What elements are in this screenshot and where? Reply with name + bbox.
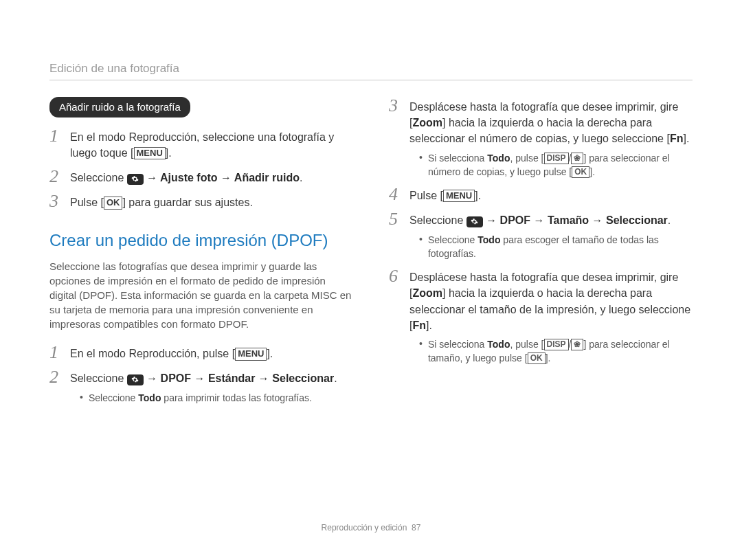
step-number: 4 [389, 186, 403, 203]
step-text: ] para guardar sus ajustes. [122, 197, 252, 208]
step-number: 3 [49, 192, 63, 210]
closing-bracket: ]. [475, 190, 481, 201]
bullet-icon: • [419, 337, 423, 351]
sub-bold: Todo [487, 339, 510, 350]
sub-bold: Todo [487, 153, 510, 164]
step-number: 1 [49, 344, 63, 361]
macro-key: ❀ [571, 339, 583, 350]
fn-key: Fn [670, 133, 684, 144]
menu-path: → DPOF → Tamaño → Seleccionar [483, 214, 668, 226]
closing-bracket: ]. [546, 352, 551, 363]
step-body: Seleccione → Ajuste foto → Añadir ruido. [70, 168, 353, 186]
footer-page-number: 87 [412, 523, 420, 533]
step-text: Seleccione [70, 172, 127, 183]
bullet-icon: • [419, 233, 423, 247]
closing-bracket: ]. [267, 348, 273, 359]
period: . [300, 172, 302, 183]
fn-key: Fn [412, 320, 426, 331]
ok-key: OK [528, 352, 546, 364]
left-step-5: 2 Seleccione → DPOF → Estándar → Selecci… [49, 368, 353, 404]
left-step-2: 2 Seleccione → Ajuste foto → Añadir ruid… [49, 168, 353, 186]
step-text: ] hacia la izquierda o hacia la derecha … [409, 117, 670, 144]
sub-bullet: • Si selecciona Todo, pulse [DISP/❀] par… [419, 151, 693, 179]
sub-text: Si selecciona [428, 153, 487, 164]
step-number: 3 [389, 97, 403, 115]
step-text: En el modo Reproducción, pulse [ [70, 348, 235, 359]
menu-key: MENU [443, 190, 475, 202]
sub-text: , pulse [ [510, 339, 543, 350]
header-rule [49, 80, 693, 80]
sub-text: para imprimir todas las fotografías. [161, 392, 311, 403]
left-step-3: 3 Pulse [OK] para guardar sus ajustes. [49, 192, 353, 210]
period: . [668, 214, 671, 226]
step-body: En el modo Reproducción, seleccione una … [70, 127, 353, 161]
closing-bracket: ]. [589, 166, 595, 177]
step-text: En el modo Reproducción, seleccione una … [70, 131, 334, 159]
step-number: 6 [389, 267, 403, 285]
menu-key: MENU [134, 147, 166, 159]
right-column: 3 Desplácese hasta la fotografía que des… [389, 97, 693, 412]
page-header-title: Edición de una fotografía [49, 62, 693, 76]
right-step-6: 6 Desplácese hasta la fotografía que des… [389, 267, 693, 365]
step-number: 2 [49, 368, 63, 386]
disp-key: DISP [544, 153, 569, 164]
content-columns: Añadir ruido a la fotografía 1 En el mod… [49, 97, 693, 412]
menu-path: → Ajuste foto → Añadir ruido [144, 172, 300, 183]
closing-bracket: ]. [683, 133, 689, 144]
sub-text: Si selecciona [428, 339, 487, 350]
sub-text: Seleccione [428, 234, 477, 245]
right-step-3: 3 Desplácese hasta la fotografía que des… [389, 97, 693, 179]
settings-gear-icon [127, 174, 144, 185]
step-body: En el modo Reproducción, pulse [MENU]. [70, 344, 353, 361]
disp-key: DISP [544, 339, 569, 350]
ok-key: OK [572, 166, 589, 178]
left-step-4: 1 En el modo Reproducción, pulse [MENU]. [49, 344, 353, 361]
left-step-1: 1 En el modo Reproducción, seleccione un… [49, 127, 353, 161]
closing-bracket: ]. [426, 320, 432, 331]
section-paragraph: Seleccione las fotografías que desea imp… [49, 259, 353, 331]
right-step-5: 5 Seleccione → DPOF → Tamaño → Seleccion… [389, 210, 693, 260]
sub-bullet: • Seleccione Todo para escoger el tamaño… [419, 233, 693, 261]
step-text: ] hacia la izquierda o hacia la derecha … [409, 287, 690, 331]
zoom-key: Zoom [412, 117, 442, 128]
settings-gear-icon [466, 216, 483, 227]
left-column: Añadir ruido a la fotografía 1 En el mod… [49, 97, 353, 412]
step-body: Seleccione → DPOF → Estándar → Seleccion… [70, 368, 353, 404]
footer-section: Reproducción y edición [322, 523, 407, 533]
menu-path: → DPOF → Estándar → Seleccionar [144, 372, 334, 384]
step-number: 2 [49, 168, 63, 186]
step-number: 5 [389, 210, 403, 228]
section-pill: Añadir ruido a la fotografía [49, 97, 190, 117]
sub-bullet: • Si selecciona Todo, pulse [DISP/❀] par… [419, 337, 693, 366]
step-text: Pulse [ [409, 190, 443, 201]
period: . [334, 372, 337, 384]
step-body: Pulse [OK] para guardar sus ajustes. [70, 192, 353, 210]
sub-text: Seleccione [89, 392, 138, 403]
closing-bracket: ]. [166, 147, 172, 159]
step-body: Desplácese hasta la fotografía que desea… [409, 267, 693, 365]
settings-gear-icon [127, 374, 144, 385]
step-body: Desplácese hasta la fotografía que desee… [409, 97, 693, 179]
bullet-icon: • [419, 151, 423, 165]
step-text: Seleccione [70, 372, 127, 384]
step-text: Pulse [ [70, 197, 104, 208]
step-number: 1 [49, 127, 63, 145]
sub-bold: Todo [477, 234, 500, 245]
ok-key: OK [104, 197, 123, 209]
zoom-key: Zoom [412, 287, 442, 299]
macro-key: ❀ [571, 153, 583, 164]
bullet-icon: • [80, 391, 83, 405]
sub-text: , pulse [ [510, 153, 543, 164]
sub-bullet: • Seleccione Todo para imprimir todas la… [80, 391, 353, 405]
step-body: Seleccione → DPOF → Tamaño → Seleccionar… [409, 210, 693, 260]
page-footer: Reproducción y edición 87 [0, 523, 742, 533]
step-body: Pulse [MENU]. [409, 186, 693, 203]
step-text: Seleccione [409, 214, 466, 226]
menu-key: MENU [235, 348, 267, 360]
section-heading: Crear un pedido de impresión (DPOF) [49, 229, 353, 253]
right-step-4: 4 Pulse [MENU]. [389, 186, 693, 203]
sub-bold: Todo [138, 392, 161, 403]
